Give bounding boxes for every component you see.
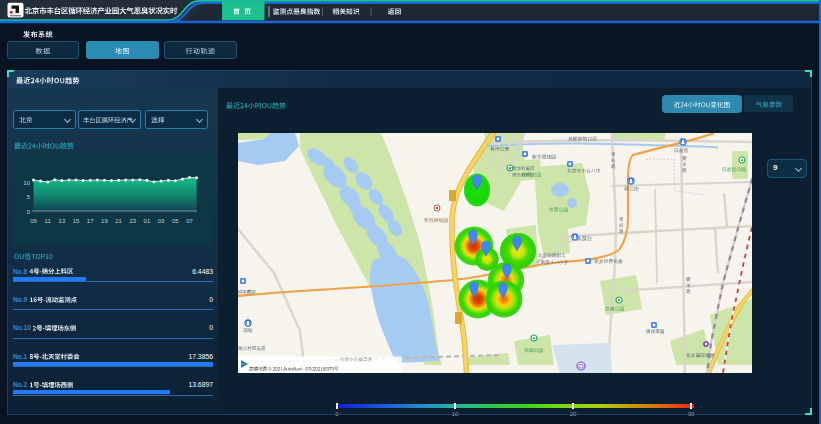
svg-text:01: 01 [144,218,151,224]
svg-text:17: 17 [87,218,94,224]
svg-text:21: 21 [115,218,122,224]
svg-text:13: 13 [59,218,66,224]
svg-text:05: 05 [172,218,179,224]
svg-text:03: 03 [158,218,165,224]
svg-text:23: 23 [129,218,136,224]
svg-text:15: 15 [73,218,80,224]
svg-text:07: 07 [186,218,193,224]
svg-text:19: 19 [101,218,108,224]
svg-text:10: 10 [23,180,30,186]
svg-text:0: 0 [27,209,31,215]
svg-text:5: 5 [27,194,31,200]
svg-text:09: 09 [30,218,37,224]
svg-text:11: 11 [45,218,52,224]
